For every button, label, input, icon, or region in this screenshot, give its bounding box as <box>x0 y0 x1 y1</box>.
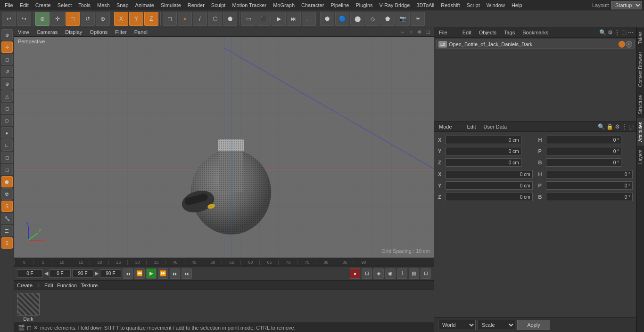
sidebar-tool-12[interactable]: ◻ <box>1 164 13 175</box>
menu-mograph[interactable]: MoGraph <box>270 1 297 9</box>
start-frame-field[interactable] <box>50 269 71 278</box>
goto-end-button[interactable]: ⏭ <box>170 268 180 279</box>
sidebar-tool-9[interactable]: ♦ <box>1 127 13 138</box>
light-button[interactable]: ☀ <box>411 12 425 26</box>
obj-menu-objects[interactable]: Objects <box>477 30 498 35</box>
nurbs-button[interactable]: 🔵 <box>335 12 349 26</box>
frame-right-arrow[interactable]: ▶ <box>95 270 99 276</box>
menu-vray[interactable]: V-Ray Bridge <box>377 1 413 9</box>
attr-menu-userdata[interactable]: User Data <box>482 124 509 130</box>
status-icon-2[interactable]: ◻ <box>27 324 32 331</box>
motion-button[interactable]: ⊡ <box>421 268 431 279</box>
sidebar-tool-15[interactable]: S <box>1 201 13 212</box>
sidebar-tool-18[interactable]: S <box>1 237 13 249</box>
step-back-button[interactable]: ⏪ <box>134 268 145 279</box>
mat-menu-create[interactable]: Create <box>17 283 33 288</box>
sidebar-tool-14[interactable]: ☢ <box>1 188 13 200</box>
mat-menu-texture[interactable]: Texture <box>81 283 98 288</box>
menu-script[interactable]: Script <box>464 1 483 9</box>
obj-tag-2[interactable]: ⋮ <box>626 41 632 48</box>
render-view-button[interactable]: 🎥 <box>302 12 316 26</box>
sidebar-tool-10[interactable]: ∟ <box>1 139 13 151</box>
z-axis-button[interactable]: Z <box>144 12 158 26</box>
obj-menu-bookmarks[interactable]: Bookmarks <box>520 30 550 35</box>
attrs-lock-icon[interactable]: 🔒 <box>606 123 613 130</box>
attrs-expand-icon[interactable]: ⬚ <box>628 123 634 130</box>
undo-button[interactable]: ↩ <box>2 12 16 26</box>
redo-button[interactable]: ↪ <box>17 12 31 26</box>
obj-dots-icon[interactable]: ⋯ <box>628 29 634 36</box>
y-axis-button[interactable]: Y <box>129 12 143 26</box>
bottle-object[interactable] <box>170 84 288 235</box>
tab-layers[interactable]: Layers <box>637 146 644 168</box>
viewport-icon-2[interactable]: ↕ <box>407 28 415 36</box>
tab-takes[interactable]: Takes <box>637 27 644 48</box>
menu-snap[interactable]: Snap <box>114 1 132 9</box>
frame-left-arrow[interactable]: ◀ <box>44 270 48 276</box>
render-active-button[interactable]: ▶ <box>272 12 286 26</box>
end-frame-field[interactable] <box>72 269 93 278</box>
menu-create[interactable]: Create <box>33 1 54 9</box>
obj-menu-edit[interactable]: Edit <box>461 30 473 35</box>
menu-sculpt[interactable]: Sculpt <box>208 1 229 9</box>
obj-tag-1[interactable] <box>619 41 625 48</box>
viewport-menu-view[interactable]: View <box>16 29 31 35</box>
apply-button[interactable]: Apply <box>517 320 550 330</box>
play-button[interactable]: ▶ <box>146 268 157 279</box>
edge-mode-button[interactable]: / <box>193 12 207 26</box>
b2-input[interactable] <box>546 193 633 201</box>
menu-edit[interactable]: Edit <box>17 1 32 9</box>
sidebar-tool-3[interactable]: ◻ <box>1 54 13 65</box>
viewport-menu-filter[interactable]: Filter <box>113 29 128 35</box>
h-rot-input[interactable] <box>546 136 622 144</box>
obj-menu-tags[interactable]: Tags <box>502 30 517 35</box>
viewport-menu-cameras[interactable]: Cameras <box>35 29 60 35</box>
uv-mode-button[interactable]: ⬟ <box>223 12 237 26</box>
mograph-button[interactable]: ⬟ <box>380 12 395 26</box>
obj-settings-icon[interactable]: ⚙ <box>608 29 613 36</box>
attrs-settings-icon[interactable]: ⚙ <box>615 123 620 130</box>
auto-key-button[interactable]: ⊡ <box>362 268 372 279</box>
menu-character[interactable]: Character <box>298 1 327 9</box>
viewport-menu-display[interactable]: Display <box>63 29 84 35</box>
obj-search-icon[interactable]: 🔍 <box>599 29 606 36</box>
menu-3dtoall[interactable]: 3DToAll <box>413 1 437 9</box>
menu-simulate[interactable]: Simulate <box>158 1 184 9</box>
render-all-button[interactable]: ⏭ <box>287 12 301 26</box>
viewport-menu-options[interactable]: Options <box>88 29 109 35</box>
scale-dropdown[interactable]: Scale <box>478 320 515 330</box>
menu-window[interactable]: Window <box>484 1 508 9</box>
generators-button[interactable]: ◇ <box>365 12 380 26</box>
select-tool-button[interactable]: ⊕ <box>35 12 50 26</box>
menu-pipeline[interactable]: Pipeline <box>328 1 352 9</box>
timeline-button[interactable]: ▤ <box>409 268 419 279</box>
step-forward-button[interactable]: ⏩ <box>158 268 168 279</box>
z-pos-input[interactable] <box>446 158 521 167</box>
key-sel-button[interactable]: ◈ <box>373 268 384 279</box>
y2-input[interactable] <box>446 181 533 190</box>
max-frame-field[interactable] <box>100 269 121 278</box>
x-axis-button[interactable]: X <box>114 12 128 26</box>
sidebar-tool-6[interactable]: △ <box>1 90 13 102</box>
p-rot-input[interactable] <box>546 147 622 155</box>
sidebar-tool-8[interactable]: ⬡ <box>1 115 13 126</box>
current-frame-field[interactable] <box>17 269 43 278</box>
sidebar-tool-13[interactable]: ⬟ <box>1 176 13 187</box>
transform-tool-button[interactable]: ⊕ <box>96 12 110 26</box>
y-pos-input[interactable] <box>446 147 521 155</box>
polygon-mode-button[interactable]: ⬡ <box>208 12 222 26</box>
tab-content-browser[interactable]: Content Browser <box>637 48 644 90</box>
b-rot-input[interactable] <box>546 158 622 167</box>
obj-menu-file[interactable]: File <box>437 30 449 35</box>
menu-render[interactable]: Render <box>185 1 207 9</box>
render-preview-button[interactable]: ▭ <box>241 12 256 26</box>
move-tool-button[interactable]: ✛ <box>50 12 65 26</box>
h2-input[interactable] <box>546 170 633 178</box>
mat-menu-function[interactable]: Function <box>57 283 77 288</box>
sidebar-tool-16[interactable]: 🔧 <box>1 213 13 224</box>
material-item[interactable]: Dark <box>17 293 40 322</box>
sidebar-tool-5[interactable]: ⊕ <box>1 78 13 89</box>
menu-plugins[interactable]: Plugins <box>353 1 375 9</box>
render-region-button[interactable]: ⬛ <box>256 12 271 26</box>
world-dropdown[interactable]: World <box>438 320 476 330</box>
